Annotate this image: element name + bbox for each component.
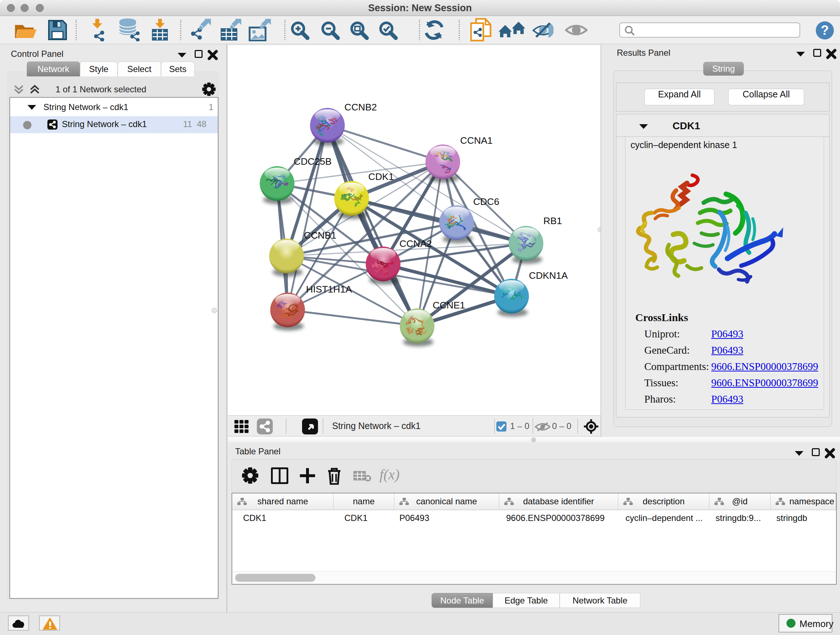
svg-text:HIST1H1A: HIST1H1A — [306, 284, 352, 295]
svg-text:CCNB1: CCNB1 — [304, 230, 336, 241]
svg-text:CCNB2: CCNB2 — [344, 102, 377, 112]
svg-text:CDK1: CDK1 — [368, 171, 394, 182]
svg-text:CDKN1A: CDKN1A — [529, 270, 568, 281]
svg-text:CCNA1: CCNA1 — [460, 135, 493, 146]
svg-text:CCNA2: CCNA2 — [399, 238, 432, 249]
svg-text:CDC6: CDC6 — [473, 196, 499, 207]
svg-text:CCNE1: CCNE1 — [433, 300, 465, 310]
svg-text:?: ? — [821, 23, 829, 38]
svg-text:RB1: RB1 — [543, 215, 562, 226]
svg-text:CDC25B: CDC25B — [294, 156, 332, 167]
